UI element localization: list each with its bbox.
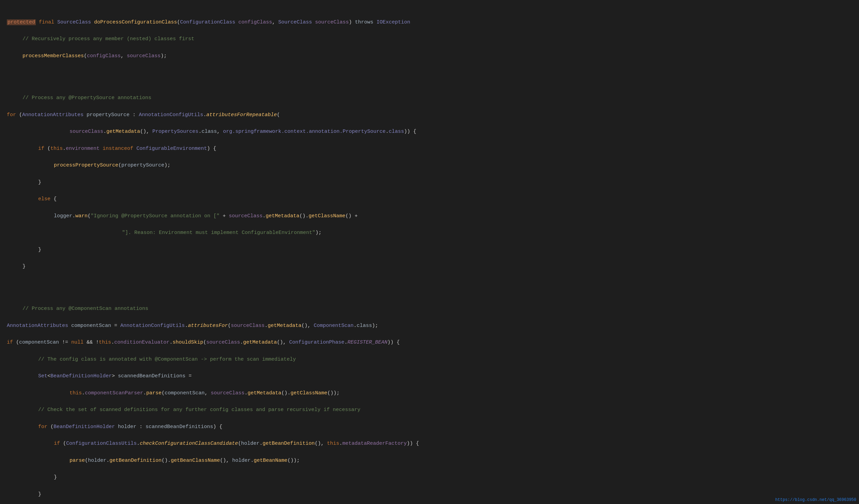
code-line-10: else {: [7, 195, 852, 204]
code-line-12: "]. Reason: Environment must implement C…: [7, 229, 852, 237]
code-line-blank2: [7, 288, 852, 297]
code-block: protected final SourceClass doProcessCon…: [0, 0, 859, 504]
code-line-2: // Recursively process any member (neste…: [7, 35, 852, 44]
code-line-16: AnnotationAttributes componentScan = Ann…: [7, 322, 852, 330]
code-line-14: }: [7, 263, 852, 271]
code-line-7: if (this.environment instanceof Configur…: [7, 145, 852, 153]
code-line-13: }: [7, 246, 852, 254]
code-line-11: logger.warn("Ignoring @PropertySource an…: [7, 212, 852, 221]
code-line-25: }: [7, 473, 852, 482]
code-line-blank1: [7, 77, 852, 86]
code-line-5: for (AnnotationAttributes propertySource…: [7, 111, 852, 120]
code-line-8: processPropertySource(propertySource);: [7, 161, 852, 170]
code-line-1: protected final SourceClass doProcessCon…: [7, 18, 852, 27]
code-line-20: this.componentScanParser.parse(component…: [7, 389, 852, 398]
code-line-23: if (ConfigurationClassUtils.checkConfigu…: [7, 440, 852, 448]
bottom-url: https://blog.csdn.net/qq_36963950: [775, 498, 856, 502]
code-container: protected final SourceClass doProcessCon…: [0, 0, 859, 504]
code-line-19: Set<BeanDefinitionHolder> scannedBeanDef…: [7, 372, 852, 381]
code-line-24: parse(holder.getBeanDefinition().getBean…: [7, 457, 852, 465]
code-line-15: // Process any @ComponentScan annotation…: [7, 305, 852, 313]
throws-keyword: throws: [355, 19, 373, 25]
code-line-22: for (BeanDefinitionHolder holder : scann…: [7, 423, 852, 431]
bottom-bar: https://blog.csdn.net/qq_36963950: [772, 496, 859, 504]
code-line-18: // The config class is annotated with @C…: [7, 356, 852, 364]
code-line-6: sourceClass.getMetadata(), PropertySourc…: [7, 128, 852, 136]
code-line-17: if (componentScan != null && !this.condi…: [7, 338, 852, 347]
code-line-21: // Check the set of scanned definitions …: [7, 406, 852, 414]
code-line-4: // Process any @PropertySource annotatio…: [7, 94, 852, 103]
code-line-9: }: [7, 178, 852, 187]
code-line-26: }: [7, 490, 852, 499]
code-line-3: processMemberClasses(configClass, source…: [7, 52, 852, 61]
